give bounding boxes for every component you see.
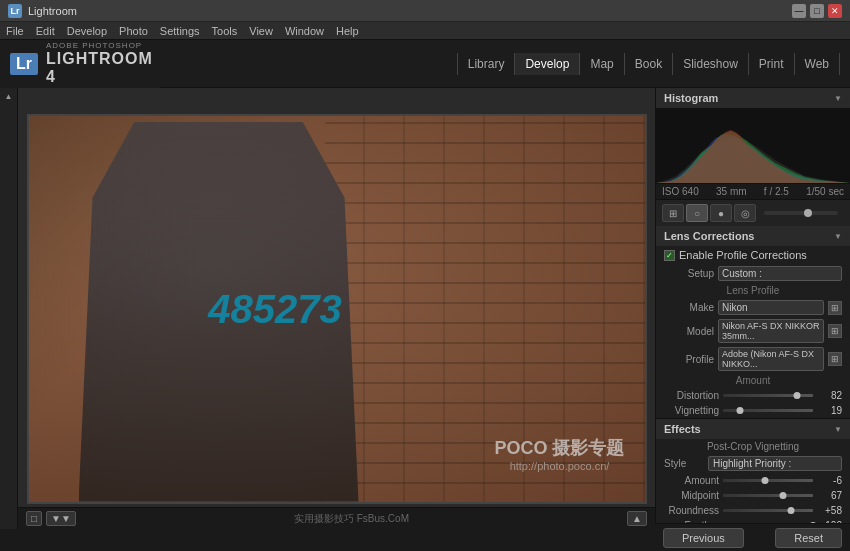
left-panel-arrow[interactable]: ▲ (5, 92, 13, 101)
iso-label: ISO 640 (662, 186, 699, 197)
vignetting-slider[interactable] (723, 409, 813, 412)
filmstrip-right-controls: ▲ (627, 511, 647, 526)
model-value[interactable]: Nikon AF-S DX NIKKOR 35mm... (718, 319, 824, 343)
shutter: 1/50 sec (806, 186, 844, 197)
tab-print[interactable]: Print (749, 53, 795, 75)
amount-slider[interactable] (723, 479, 813, 482)
amount-value: -6 (817, 475, 842, 486)
histogram-area (656, 108, 850, 183)
enable-profile-row: ✓ Enable Profile Corrections (656, 246, 850, 264)
midpoint-value: 67 (817, 490, 842, 501)
setup-label: Setup (664, 268, 714, 279)
style-label: Style (664, 458, 704, 469)
post-crop-title: Post-Crop Vignetting (656, 439, 850, 454)
tool-row: ⊞ ○ ● ◎ (656, 200, 850, 226)
tone-slider[interactable] (764, 211, 838, 215)
vignetting-row: Vignetting 19 (656, 403, 850, 418)
maximize-button[interactable]: □ (810, 4, 824, 18)
lens-corrections-section: Lens Corrections ▼ ✓ Enable Profile Corr… (656, 226, 850, 419)
roundness-value: +58 (817, 505, 842, 516)
menu-view[interactable]: View (249, 25, 273, 37)
focal-length: 35 mm (716, 186, 747, 197)
tool-slider-area (758, 209, 844, 217)
midpoint-slider[interactable] (723, 494, 813, 497)
reset-button[interactable]: Reset (775, 528, 842, 530)
effects-label: Effects (664, 423, 701, 435)
effects-triangle: ▼ (834, 425, 842, 434)
bottom-action-bar: Previous Reset (655, 523, 850, 529)
histogram-section: Histogram ▼ (656, 88, 850, 200)
model-row: Model Nikon AF-S DX NIKKOR 35mm... ⊞ (656, 317, 850, 345)
lr-title-text: ADOBE PHOTOSHOP LIGHTROOM 4 (46, 41, 160, 86)
filmstrip-btn-1[interactable]: □ (26, 511, 42, 526)
tab-book[interactable]: Book (625, 53, 673, 75)
header: Lr ADOBE PHOTOSHOP LIGHTROOM 4 Library D… (0, 40, 850, 88)
window-controls: — □ ✕ (792, 4, 842, 18)
effects-header[interactable]: Effects ▼ (656, 419, 850, 439)
menu-window[interactable]: Window (285, 25, 324, 37)
tool-crop[interactable]: ⊞ (662, 204, 684, 222)
profile-row: Profile Adobe (Nikon AF-S DX NIKKO... ⊞ (656, 345, 850, 373)
menu-tools[interactable]: Tools (212, 25, 238, 37)
image-container: 485273 POCO 摄影专题 http://photo.poco.cn/ (27, 114, 647, 504)
tab-web[interactable]: Web (795, 53, 840, 75)
menu-file[interactable]: File (6, 25, 24, 37)
lr-logo: Lr ADOBE PHOTOSHOP LIGHTROOM 4 (0, 40, 160, 88)
previous-button[interactable]: Previous (663, 528, 744, 530)
filmstrip-bar: □ ▼▼ 实用摄影技巧 FsBus.CoM ▲ (18, 507, 655, 529)
enable-profile-checkbox[interactable]: ✓ (664, 250, 675, 261)
model-label: Model (664, 326, 714, 337)
app-icon: Lr (8, 4, 22, 18)
model-btn[interactable]: ⊞ (828, 324, 842, 338)
lens-corrections-triangle: ▼ (834, 232, 842, 241)
menu-edit[interactable]: Edit (36, 25, 55, 37)
tab-slideshow[interactable]: Slideshow (673, 53, 749, 75)
profile-value[interactable]: Adobe (Nikon AF-S DX NIKKO... (718, 347, 824, 371)
midpoint-label: Midpoint (664, 490, 719, 501)
make-btn[interactable]: ⊞ (828, 301, 842, 315)
style-value[interactable]: Highlight Priority : (708, 456, 842, 471)
tool-circle[interactable]: ○ (686, 204, 708, 222)
lr-adobe-text: ADOBE PHOTOSHOP (46, 41, 160, 50)
menu-help[interactable]: Help (336, 25, 359, 37)
histogram-svg (656, 108, 850, 183)
histogram-triangle: ▼ (834, 94, 842, 103)
make-value[interactable]: Nikon (718, 300, 824, 315)
title-bar: Lr Lightroom — □ ✕ (0, 0, 850, 22)
setup-value[interactable]: Custom : (718, 266, 842, 281)
tab-map[interactable]: Map (580, 53, 624, 75)
close-button[interactable]: ✕ (828, 4, 842, 18)
tab-develop[interactable]: Develop (515, 53, 580, 75)
setup-row: Setup Custom : (656, 264, 850, 283)
filmstrip-btn-2[interactable]: ▼▼ (46, 511, 76, 526)
profile-btn[interactable]: ⊞ (828, 352, 842, 366)
menu-develop[interactable]: Develop (67, 25, 107, 37)
make-label: Make (664, 302, 714, 313)
make-row: Make Nikon ⊞ (656, 298, 850, 317)
tab-library[interactable]: Library (457, 53, 516, 75)
menu-photo[interactable]: Photo (119, 25, 148, 37)
minimize-button[interactable]: — (792, 4, 806, 18)
tool-retouch[interactable]: ● (710, 204, 732, 222)
roundness-slider[interactable] (723, 509, 813, 512)
status-tip: 实用摄影技巧 FsBus.CoM (294, 512, 409, 526)
left-panel: ▲ (0, 88, 18, 529)
histogram-label: Histogram (664, 92, 718, 104)
amount-label: Amount (656, 373, 850, 388)
lens-profile-label: Lens Profile (656, 283, 850, 298)
app-title: Lightroom (28, 5, 77, 17)
menu-settings[interactable]: Settings (160, 25, 200, 37)
amount-row: Amount -6 (656, 473, 850, 488)
amount-label-eff: Amount (664, 475, 719, 486)
profile-label: Profile (664, 354, 714, 365)
roundness-label: Roundness (664, 505, 719, 516)
enable-profile-label: Enable Profile Corrections (679, 249, 807, 261)
filmstrip-left-controls: □ ▼▼ (26, 511, 76, 526)
lens-corrections-header[interactable]: Lens Corrections ▼ (656, 226, 850, 246)
tool-red-eye[interactable]: ◎ (734, 204, 756, 222)
midpoint-row: Midpoint 67 (656, 488, 850, 503)
distortion-slider[interactable] (723, 394, 813, 397)
histogram-header[interactable]: Histogram ▼ (656, 88, 850, 108)
watermark-url: http://photo.poco.cn/ (494, 460, 624, 472)
filmstrip-expand-btn[interactable]: ▲ (627, 511, 647, 526)
